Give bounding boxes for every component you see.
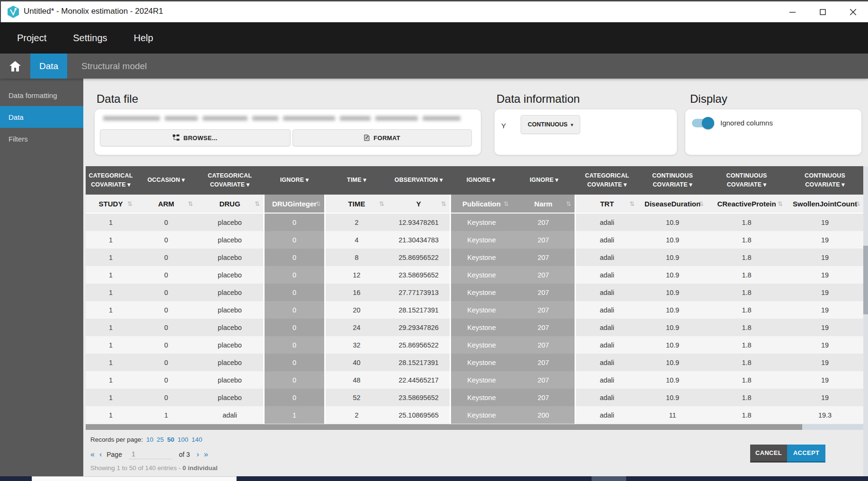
cancel-button[interactable]: CANCEL (750, 445, 787, 463)
column-header-SwollenJointCount[interactable]: SwollenJointCount⇅ (786, 195, 864, 214)
page-input[interactable] (129, 449, 172, 459)
cell-DRUGinteger: 0 (263, 301, 326, 319)
page-of-label: of 3 (179, 451, 190, 458)
horizontal-scrollbar-thumb[interactable] (86, 424, 802, 430)
column-header-DiseaseDuration[interactable]: DiseaseDuration⇅ (638, 195, 707, 214)
cell-Publication: Keystone (450, 336, 512, 354)
sort-icon[interactable]: ⇅ (379, 200, 384, 207)
sort-icon[interactable]: ⇅ (188, 200, 193, 207)
cell-CReactiveProtein: 1.8 (707, 354, 786, 371)
column-type-dropdown[interactable]: CATEGORICALCOVARIATE ▾ (196, 166, 263, 195)
table-row: 10placebo02429.29347826Keystone207adali1… (86, 319, 864, 336)
horizontal-scrollbar[interactable] (86, 424, 864, 430)
column-type-dropdown[interactable]: CATEGORICALCOVARIATE ▾ (576, 166, 638, 195)
display-title: Display (690, 92, 727, 106)
column-type-dropdown[interactable]: TIME ▾ (326, 166, 388, 195)
column-header-Narm[interactable]: Narm⇅ (512, 195, 576, 214)
minimize-button[interactable] (777, 1, 807, 22)
column-header-DRUG[interactable]: DRUG⇅ (196, 195, 263, 214)
cell-DiseaseDuration: 10.9 (638, 336, 707, 354)
sort-icon[interactable]: ⇅ (441, 200, 446, 207)
accept-button[interactable]: ACCEPT (787, 445, 825, 463)
ignored-columns-toggle[interactable] (692, 119, 713, 127)
home-button[interactable] (0, 53, 30, 79)
vertical-scrollbar-thumb[interactable] (863, 246, 868, 314)
cell-ARM: 0 (136, 371, 196, 389)
cell-DRUGinteger: 0 (263, 231, 326, 249)
page-size-25[interactable]: 25 (157, 436, 164, 443)
sort-icon[interactable]: ⇅ (566, 200, 571, 207)
cell-Narm: 207 (512, 301, 576, 319)
sort-icon[interactable]: ⇅ (855, 200, 860, 207)
column-type-dropdown[interactable]: IGNORE ▾ (450, 166, 512, 195)
cell-CReactiveProtein: 1.8 (707, 406, 786, 424)
data-file-title: Data file (97, 92, 138, 106)
sort-icon[interactable]: ⇅ (699, 200, 704, 207)
sort-icon[interactable]: ⇅ (629, 200, 635, 207)
column-type-dropdown[interactable]: IGNORE ▾ (263, 166, 326, 195)
page-size-100[interactable]: 100 (177, 436, 188, 443)
sidebar-item-data[interactable]: Data (0, 106, 83, 128)
vertical-scrollbar[interactable] (863, 166, 868, 476)
y-type-dropdown[interactable]: CONTINUOUS ▾ (521, 115, 580, 134)
column-type-dropdown[interactable]: IGNORE ▾ (512, 166, 576, 195)
column-type-dropdown[interactable]: CONTINUOUSCOVARIATE ▾ (638, 166, 707, 195)
browse-button[interactable]: BROWSE... (100, 129, 291, 146)
menu-project[interactable]: Project (17, 33, 46, 44)
cell-Narm: 207 (512, 389, 576, 406)
column-header-STUDY[interactable]: STUDY⇅ (86, 195, 136, 214)
prev-page-button[interactable]: ‹ (99, 450, 102, 459)
page-size-140[interactable]: 140 (192, 436, 203, 443)
table-row: 10placebo0825.86956522Keystone207adali10… (86, 249, 864, 266)
maximize-button[interactable] (807, 1, 838, 22)
column-header-DRUGinteger[interactable]: DRUGinteger⇅ (263, 195, 326, 214)
column-type-dropdown[interactable]: CATEGORICALCOVARIATE ▾ (86, 166, 136, 195)
first-page-button[interactable]: « (90, 450, 95, 459)
cell-Publication: Keystone (450, 354, 512, 371)
sort-icon[interactable]: ⇅ (316, 200, 321, 207)
close-button[interactable] (838, 1, 868, 22)
next-page-button[interactable]: › (196, 450, 199, 459)
sort-icon[interactable]: ⇅ (504, 200, 509, 207)
taskbar-segment (592, 476, 626, 481)
cell-DiseaseDuration: 10.9 (638, 284, 707, 301)
data-file-panel: BROWSE... FORMAT (95, 109, 481, 155)
page-size-10[interactable]: 10 (146, 436, 153, 443)
cell-STUDY: 1 (86, 354, 136, 371)
cell-Publication: Keystone (450, 371, 512, 389)
column-type-dropdown[interactable]: CONTINUOUSCOVARIATE ▾ (786, 166, 864, 195)
menu-settings[interactable]: Settings (73, 33, 107, 44)
cell-TRT: adali (576, 249, 638, 266)
column-type-dropdown[interactable]: OCCASION ▾ (136, 166, 196, 195)
sidebar-item-data-formatting[interactable]: Data formatting (0, 84, 83, 106)
table-row: 10placebo05223.58695652Keystone207adali1… (86, 389, 864, 406)
last-page-button[interactable]: » (204, 450, 208, 459)
column-header-ARM[interactable]: ARM⇅ (136, 195, 196, 214)
table-body: 10placebo0212.93478261Keystone207adali10… (86, 214, 864, 424)
cell-SwollenJointCount: 19 (786, 354, 864, 371)
tab-data[interactable]: Data (30, 53, 67, 79)
cell-DRUG: placebo (196, 301, 263, 319)
format-button[interactable]: FORMAT (292, 129, 472, 146)
column-type-dropdown[interactable]: OBSERVATION ▾ (388, 166, 450, 195)
menu-help[interactable]: Help (134, 33, 153, 44)
cell-Narm: 200 (512, 406, 576, 424)
column-header-TRT[interactable]: TRT⇅ (576, 195, 638, 214)
column-header-Y[interactable]: Y⇅ (388, 195, 450, 214)
column-header-TIME[interactable]: TIME⇅ (326, 195, 388, 214)
cell-CReactiveProtein: 1.8 (707, 389, 786, 406)
sort-icon[interactable]: ⇅ (778, 200, 783, 207)
cell-DRUG: placebo (196, 336, 263, 354)
cell-ARM: 0 (136, 231, 196, 249)
tab-structural-model[interactable]: Structural model (81, 53, 147, 79)
sidebar-item-filters[interactable]: Filters (0, 128, 83, 150)
cell-DiseaseDuration: 10.9 (638, 231, 707, 249)
cell-TIME: 32 (326, 336, 388, 354)
column-type-dropdown[interactable]: CONTINUOUSCOVARIATE ▾ (707, 166, 786, 195)
sort-icon[interactable]: ⇅ (127, 200, 133, 207)
cell-DRUGinteger: 0 (263, 319, 326, 336)
sort-icon[interactable]: ⇅ (255, 200, 260, 207)
column-header-CReactiveProtein[interactable]: CReactiveProtein⇅ (707, 195, 786, 214)
page-size-50[interactable]: 50 (167, 436, 174, 443)
column-header-Publication[interactable]: Publication⇅ (450, 195, 512, 214)
